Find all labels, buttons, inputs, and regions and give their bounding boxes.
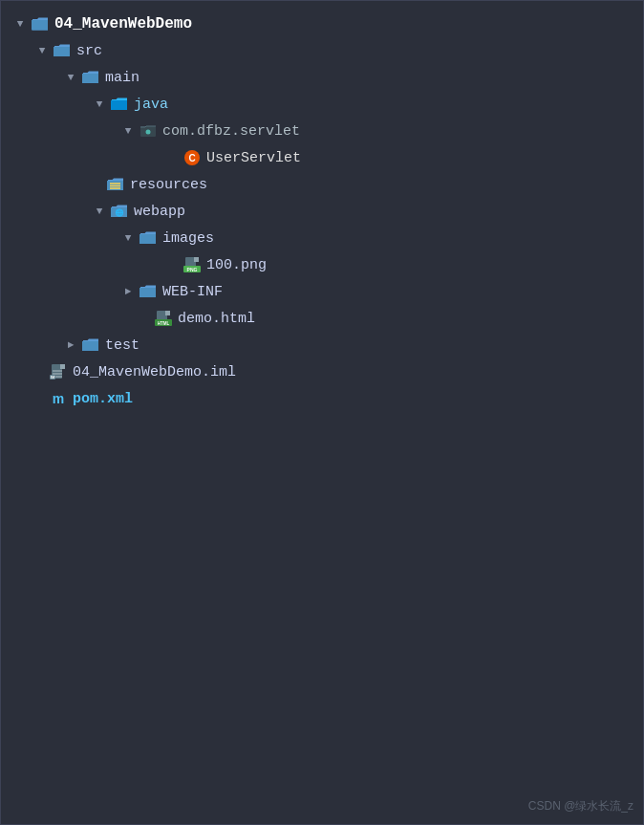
folder-root-icon (32, 15, 49, 33)
arrow-test (63, 337, 78, 353)
arrow-package (120, 123, 136, 139)
webapp-label: webapp (134, 204, 185, 220)
tree-item-package[interactable]: com.dfbz.servlet (1, 118, 643, 144)
arrow-webapp (92, 204, 107, 219)
svg-point-1 (146, 130, 151, 135)
watermark: CSDN @绿水长流_z (528, 798, 633, 814)
tree-item-iml[interactable]: IM 04_MavenWebDemo.iml (1, 358, 643, 385)
tree-item-images[interactable]: images (1, 225, 643, 251)
tree-item-webapp[interactable]: webapp (1, 198, 643, 225)
folder-webinf-icon (140, 283, 157, 300)
svg-text:m: m (53, 391, 64, 406)
svg-text:HTML: HTML (158, 321, 170, 326)
package-label: com.dfbz.servlet (162, 123, 300, 140)
arrow-main (63, 70, 78, 85)
folder-main-icon (82, 69, 99, 86)
100png-label: 100.png (206, 257, 267, 273)
src-label: src (76, 43, 102, 59)
tree-item-src[interactable]: src (1, 37, 643, 64)
file-html-icon: HTML (155, 310, 172, 327)
arrow-images (120, 230, 136, 246)
file-xml-icon: m (50, 390, 67, 407)
svg-text:PNG: PNG (187, 267, 198, 272)
arrow-src (34, 43, 50, 58)
test-label: test (105, 337, 140, 354)
svg-text:IM: IM (51, 375, 55, 380)
folder-java-icon (111, 96, 128, 113)
folder-src-icon (54, 42, 71, 59)
folder-webapp-icon (111, 203, 128, 220)
arrow-root (12, 16, 28, 32)
tree-item-pomxml[interactable]: m pom.xml (1, 385, 643, 412)
tree-item-resources[interactable]: resources (1, 171, 643, 198)
svg-rect-20 (60, 364, 65, 369)
arrow-java (92, 97, 107, 112)
resources-label: resources (130, 177, 207, 193)
tree-item-main[interactable]: main (1, 64, 643, 91)
file-png-icon: PNG (183, 256, 201, 273)
class-java-icon: C (183, 149, 201, 166)
tree-item-demohtml[interactable]: HTML demo.html (1, 305, 643, 332)
svg-text:C: C (188, 153, 195, 163)
tree-item-test[interactable]: test (1, 332, 643, 358)
tree-item-webinf[interactable]: WEB-INF (1, 278, 643, 305)
tree-root[interactable]: 04_MavenWebDemo (1, 11, 643, 37)
file-iml-icon: IM (50, 363, 67, 380)
iml-label: 04_MavenWebDemo.iml (73, 364, 236, 380)
package-icon (140, 122, 157, 140)
webinf-label: WEB-INF (162, 284, 223, 300)
tree-item-100png[interactable]: PNG 100.png (1, 251, 643, 278)
folder-test-icon (82, 337, 99, 354)
tree-item-userservlet[interactable]: C UserServlet (1, 144, 643, 171)
userservlet-label: UserServlet (206, 150, 301, 166)
folder-resources-icon (107, 176, 124, 193)
folder-images-icon (140, 229, 157, 247)
tree-item-java[interactable]: java (1, 91, 643, 118)
java-label: java (134, 97, 168, 113)
main-label: main (105, 70, 140, 86)
svg-rect-16 (165, 311, 170, 315)
file-tree: 04_MavenWebDemo src main (0, 0, 644, 825)
demohtml-label: demo.html (178, 311, 255, 327)
pom-label: pom.xml (73, 391, 133, 407)
images-label: images (162, 230, 214, 247)
root-label: 04_MavenWebDemo (54, 15, 192, 33)
arrow-webinf (120, 284, 136, 299)
svg-rect-12 (194, 257, 199, 262)
